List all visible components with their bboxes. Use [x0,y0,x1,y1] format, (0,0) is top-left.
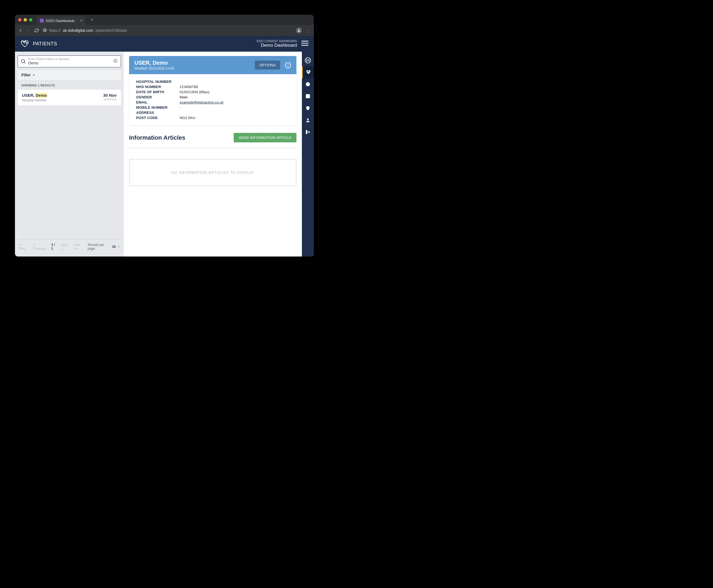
field-label: HOSPITAL NUMBER [136,80,180,84]
browser-menu-button[interactable]: ⋮ [306,27,311,34]
rail-user-badge[interactable]: ES [302,54,314,66]
user-initials-badge: ES [305,57,311,63]
svg-line-6 [24,62,25,64]
user-icon [306,118,310,123]
window-controls [18,18,32,21]
page-title: PATIENTS [33,41,57,47]
right-rail: ES [302,51,314,256]
empty-articles: NO INFORMATION ARTICLES TO DISPLAY [129,159,296,186]
rpp-value: 10 [112,245,116,249]
result-date: 30 Nov [103,93,117,98]
plus-circle-icon [306,82,310,87]
field-label: POST CODE [136,116,180,120]
dashboard-type: EIDO CONSENT DASHBOARD [256,40,297,43]
close-tab-icon[interactable]: × [80,18,83,23]
browser-window: EIDO Dashboards × + https://uk.eidodigit… [15,15,314,256]
search-box[interactable]: Enter Patient Name or Number [18,56,121,67]
viewport: PATIENTS EIDO CONSENT DASHBOARD Demo Das… [15,36,314,256]
pager-last[interactable]: Last >> [74,243,84,251]
filter-toggle[interactable]: Filter [18,70,121,80]
menu-button[interactable] [301,41,309,47]
rpp-label: Results per page [88,243,110,251]
search-input[interactable] [28,61,111,65]
send-article-button[interactable]: SEND INFORMATION ARTICLE [234,133,296,142]
result-name: USER, Demo [22,93,47,98]
app: PATIENTS EIDO CONSENT DASHBOARD Demo Das… [15,36,314,256]
rail-shield[interactable] [302,102,314,114]
patient-name: USER, Demo [134,60,174,66]
search-placeholder: Enter Patient Name or Number [28,57,111,61]
info-button[interactable]: i [285,62,291,68]
results-per-page[interactable]: Results per page 10 [88,243,120,251]
plus-square-icon [306,94,310,99]
patient-details: HOSPITAL NUMBER NHS NUMBER123456789 DATE… [129,74,296,125]
logo[interactable]: PATIENTS [20,40,57,47]
patient-header: USER, Demo Modified: 30/11/2020 14:06 OP… [129,56,296,74]
field-label: GENDER [136,95,180,99]
results-count: SHOWING 1 RESULTS [18,80,121,90]
favicon-icon [40,19,44,23]
heart-pulse-icon [306,70,311,75]
clear-icon [113,58,118,63]
toolbar: https://uk.eidodigital.com/patients/47/d… [15,25,314,36]
tab-title: EIDO Dashboards [46,19,75,23]
field-label: ADDRESS [136,111,180,115]
dashboard-name: Demo Dashboard [256,43,297,48]
field-label: MOBILE NUMBER [136,105,180,109]
reload-button[interactable] [35,28,39,33]
heart-pulse-icon [20,40,29,47]
divider [129,148,296,148]
clear-search-button[interactable] [113,58,118,64]
articles-heading: Information Articles [129,134,185,141]
field-label: NHS NUMBER [136,85,180,89]
result-subtitle: Hospital Number: [22,98,47,102]
app-header: PATIENTS EIDO CONSENT DASHBOARD Demo Das… [15,36,314,51]
result-item[interactable]: USER, Demo Hospital Number: 30 Nov MODIF… [18,90,121,105]
pager-first[interactable]: << First [19,243,29,251]
articles-section-header: Information Articles SEND INFORMATION AR… [129,133,296,142]
rail-logout[interactable] [302,126,314,138]
url-prefix: https:// [49,28,61,33]
address-bar[interactable]: https://uk.eidodigital.com/patients/47/d… [43,28,292,33]
logout-icon [306,130,310,134]
field-label: DATE OF BIRTH [136,90,180,94]
app-body: Enter Patient Name or Number Filter SHOW… [15,51,314,256]
filter-label: Filter [21,73,31,77]
rail-add[interactable] [302,78,314,90]
field-value: - [180,105,181,109]
field-value: NG2 6AU [180,116,195,120]
back-button[interactable] [18,28,23,33]
result-modified-label: MODIFIED [103,98,117,101]
minimize-window-icon[interactable] [24,18,27,21]
maximize-window-icon[interactable] [29,18,32,21]
email-link[interactable]: example@eidoactive.co.uk [180,100,224,104]
rail-profile[interactable] [302,114,314,126]
chevron-down-icon [118,245,120,248]
rail-add-square[interactable] [302,90,314,102]
field-label: EMAIL [136,100,180,104]
new-tab-button[interactable]: + [91,17,94,23]
svg-point-1 [298,29,300,30]
url-path: /patients/47/details [96,28,127,33]
titlebar: EIDO Dashboards × + [15,15,314,25]
secure-icon [43,28,47,33]
pagination: << First < Previous 1 / 1 Next > Last >>… [18,239,121,254]
rail-patients[interactable] [302,66,314,78]
options-button[interactable]: OPTIONS [255,61,280,69]
pager-prev[interactable]: < Previous [33,243,47,251]
field-value: 123456789 [180,85,198,89]
profile-button[interactable] [296,27,302,34]
header-right: EIDO CONSENT DASHBOARD Demo Dashboard [256,40,297,48]
svg-point-5 [21,60,25,63]
sidebar: Enter Patient Name or Number Filter SHOW… [15,51,124,256]
browser-tab[interactable]: EIDO Dashboards × [37,16,86,25]
search-icon [21,59,26,64]
main-panel: USER, Demo Modified: 30/11/2020 14:06 OP… [124,51,302,256]
shield-icon [306,106,310,111]
field-value: 01/02/1934 (86yo) [180,90,210,94]
pager-next[interactable]: Next > [61,243,70,251]
forward-button[interactable] [26,28,31,33]
field-value: example@eidoactive.co.uk [180,100,224,104]
pager-current: 1 / 1 [51,243,57,251]
close-window-icon[interactable] [18,18,21,21]
